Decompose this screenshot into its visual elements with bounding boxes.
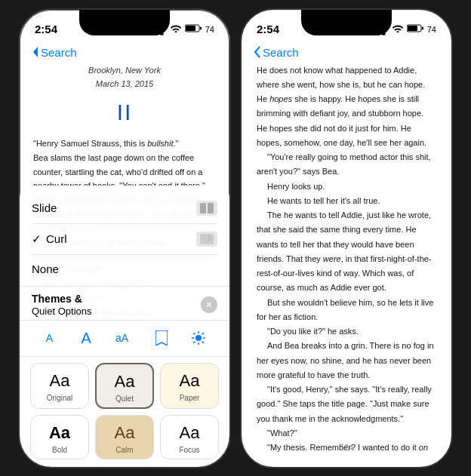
none-label: None	[32, 263, 217, 275]
theme-paper[interactable]: Aa Paper	[160, 363, 219, 409]
battery-icon	[185, 24, 202, 35]
svg-rect-1	[186, 26, 195, 31]
left-time: 2:54	[35, 23, 57, 35]
curl-label: Curl	[46, 232, 196, 245]
svg-text:aA: aA	[115, 332, 129, 344]
right-back-label: Search	[263, 46, 299, 59]
theme-bold[interactable]: Aa Bold	[30, 415, 89, 459]
right-battery-icon	[407, 24, 423, 35]
themes-grid: Aa Original Aa Quiet Aa Paper Aa Bold	[20, 357, 229, 467]
brightness-icon[interactable]	[188, 327, 209, 349]
slide-icon	[196, 201, 217, 216]
theme-focus-aa: Aa	[180, 423, 200, 443]
back-button[interactable]: Search	[32, 46, 77, 59]
theme-original[interactable]: Aa Original	[30, 363, 89, 409]
chapter-number: II	[33, 94, 216, 131]
right-battery-pct: 74	[427, 25, 436, 34]
none-option[interactable]: None	[32, 255, 217, 283]
svg-line-13	[202, 333, 204, 334]
right-back-button[interactable]: Search	[254, 46, 299, 59]
right-wifi-icon	[392, 24, 403, 35]
curl-option[interactable]: ✓ Curl	[32, 224, 217, 255]
theme-calm-aa: Aa	[115, 423, 135, 443]
theme-calm[interactable]: Aa Calm	[95, 415, 154, 459]
svg-rect-2	[200, 26, 202, 29]
left-nav-bar[interactable]: Search	[20, 43, 229, 63]
right-nav-bar[interactable]: Search	[242, 43, 451, 63]
close-button[interactable]: ×	[201, 296, 217, 313]
theme-original-aa: Aa	[50, 371, 70, 391]
large-font-button[interactable]: A	[75, 327, 97, 350]
right-notch	[301, 10, 392, 35]
page-number: 524	[340, 443, 353, 452]
theme-quiet-aa: Aa	[115, 372, 135, 392]
theme-bold-name: Bold	[52, 446, 67, 454]
svg-point-6	[195, 335, 202, 341]
wifi-icon	[171, 24, 181, 35]
text-style-icon[interactable]: aA	[113, 327, 134, 349]
svg-rect-3	[200, 203, 206, 213]
theme-calm-name: Calm	[115, 446, 133, 454]
theme-focus[interactable]: Aa Focus	[160, 415, 219, 459]
phones-container: 2:54 ▌▌▌ 74 Search	[18, 8, 453, 468]
check-icon: ✓	[32, 232, 42, 246]
left-phone: 2:54 ▌▌▌ 74 Search	[18, 8, 231, 468]
theme-quiet-name: Quiet	[115, 395, 134, 403]
svg-line-14	[193, 342, 195, 343]
svg-line-12	[202, 342, 204, 343]
right-book-content: He does not know what happened to Addie,…	[242, 63, 451, 453]
small-font-button[interactable]: A	[40, 329, 59, 347]
slide-label: Slide	[32, 201, 196, 214]
svg-rect-17	[422, 26, 423, 29]
theme-paper-aa: Aa	[180, 371, 200, 391]
back-label: Search	[41, 46, 77, 59]
theme-original-name: Original	[47, 394, 72, 402]
themes-title: Themes & Quiet Options	[32, 293, 92, 317]
right-phone: 2:54 ▌▌▌ 74 Search	[240, 8, 453, 468]
notch	[79, 10, 170, 35]
book-header: Brooklyn, New York March 13, 2015 II	[33, 63, 216, 131]
theme-paper-name: Paper	[180, 394, 200, 402]
theme-bold-aa: Aa	[49, 423, 70, 443]
svg-line-11	[193, 333, 195, 334]
transition-menu: Slide ✓ Curl None	[20, 186, 229, 287]
overlay-panel: Slide ✓ Curl None	[20, 186, 229, 467]
theme-quiet[interactable]: Aa Quiet	[95, 363, 154, 409]
right-time: 2:54	[257, 23, 279, 35]
book-location: Brooklyn, New York March 13, 2015	[33, 63, 216, 91]
slide-option[interactable]: Slide	[32, 193, 217, 224]
theme-focus-name: Focus	[179, 446, 199, 454]
bookmark-icon[interactable]	[151, 327, 172, 349]
svg-rect-16	[408, 26, 417, 31]
curl-icon	[196, 232, 217, 247]
font-controls: A A aA	[20, 320, 229, 357]
themes-header: Themes & Quiet Options ×	[20, 287, 229, 320]
svg-rect-4	[208, 203, 214, 213]
battery-pct: 74	[205, 25, 214, 34]
